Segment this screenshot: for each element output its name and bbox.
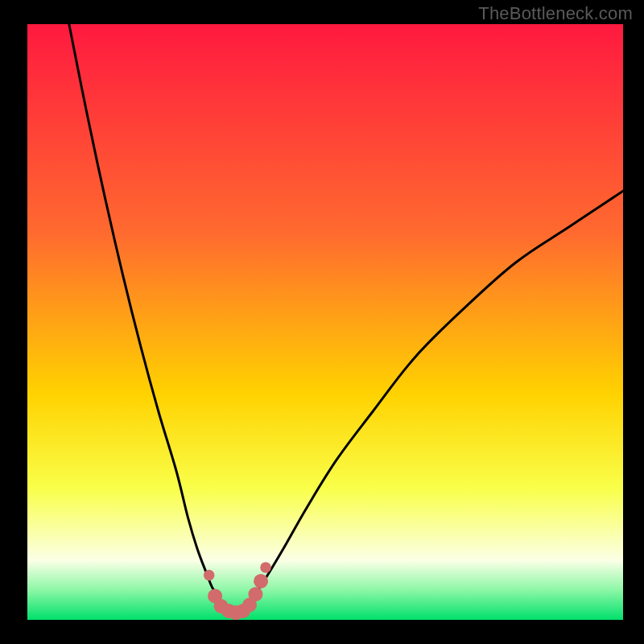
bottom-marker [204,570,215,581]
chart-svg [27,24,623,620]
bottom-marker [248,587,262,601]
watermark-text: TheBottleneck.com [478,3,633,24]
bottom-marker [260,562,271,573]
chart-frame: TheBottleneck.com [0,0,644,644]
gradient-background [27,24,623,620]
plot-area [27,24,623,620]
bottom-marker [254,574,268,588]
